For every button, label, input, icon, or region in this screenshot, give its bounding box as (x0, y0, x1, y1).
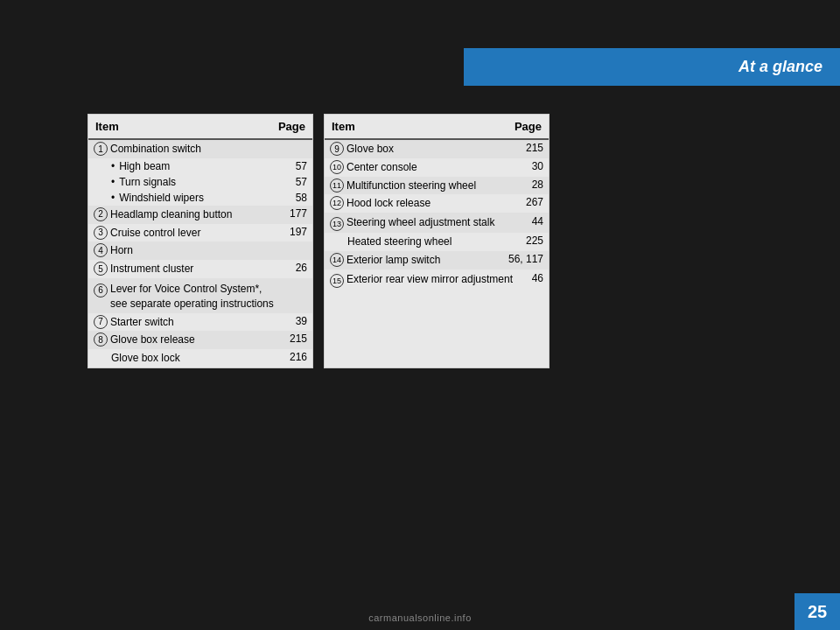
table-row: 12 Hood lock release 267 (325, 194, 549, 213)
row-item-label: Glove box (346, 142, 517, 157)
right-col-page: Page (514, 120, 542, 133)
bullet-icon: • (111, 176, 115, 188)
row-item-label: Turn signals (119, 176, 176, 188)
right-table-header: Item Page (325, 115, 549, 140)
row-page-value: 225 (517, 234, 543, 247)
row-number-icon: 9 (330, 142, 344, 156)
row-page-value: 57 (281, 160, 307, 172)
row-page-value: 57 (281, 176, 307, 188)
row-number-icon: 12 (330, 196, 344, 210)
row-item-label: Headlamp cleaning button (110, 207, 281, 222)
table-row: 9 Glove box 215 (325, 140, 549, 158)
row-page-value: 58 (281, 192, 307, 204)
row-page-value: 197 (281, 226, 307, 238)
row-page-value: 39 (281, 315, 307, 327)
table-row: 2 Headlamp cleaning button 177 (88, 206, 312, 224)
row-item-label: Steering wheel adjustment stalk (346, 215, 517, 230)
row-number-icon: 5 (94, 262, 108, 276)
row-page-value: 216 (281, 351, 307, 363)
row-item-label: Cruise control lever (110, 226, 281, 241)
page-number: 25 (808, 602, 827, 622)
row-number-icon: 6 (94, 284, 108, 298)
table-row: 15 Exterior rear view mirror adjustment … (325, 270, 549, 290)
row-item-label: Glove box lock (111, 351, 281, 366)
row-item-label: Instrument cluster (110, 262, 281, 276)
row-item-label: Hood lock release (346, 196, 517, 211)
table-row: • Turn signals 57 (88, 174, 312, 190)
table-row: 10 Center console 30 (325, 158, 549, 177)
table-row: 3 Cruise control lever 197 (88, 224, 312, 242)
row-number-icon: 7 (94, 315, 108, 329)
table-row: • Windshield wipers 58 (88, 190, 312, 206)
row-item-label: Heated steering wheel (347, 234, 517, 249)
table-row: 8 Glove box release 215 (88, 331, 312, 349)
row-number-icon: 8 (94, 332, 108, 346)
right-col-item: Item (332, 120, 355, 133)
table-row: Heated steering wheel 225 (325, 233, 549, 251)
row-page-value: 215 (281, 332, 307, 345)
row-item-label: Exterior rear view mirror adjustment (346, 272, 517, 287)
left-col-page: Page (278, 120, 305, 133)
row-item-label: Combination switch (110, 142, 281, 157)
tables-container: Item Page 1 Combination switch • High be… (88, 114, 550, 368)
table-row: 5 Instrument cluster 26 (88, 260, 312, 278)
row-item-label: High beam (119, 160, 170, 172)
left-col-item: Item (95, 120, 119, 133)
row-page-value: 267 (517, 196, 543, 208)
row-number-icon: 2 (94, 207, 108, 221)
row-number-icon: 1 (94, 142, 108, 156)
row-number-icon: 11 (330, 178, 344, 192)
table-row: • High beam 57 (88, 158, 312, 174)
watermark: carmanualsonline.info (368, 612, 472, 623)
row-page-value: 44 (517, 215, 543, 228)
row-page-value: 28 (517, 178, 543, 191)
page-title: At a glance (738, 58, 822, 76)
right-table: Item Page 9 Glove box 215 10 Center cons… (324, 114, 550, 368)
table-row: 14 Exterior lamp switch 56, 117 (325, 251, 549, 270)
left-table: Item Page 1 Combination switch • High be… (88, 114, 313, 368)
row-item-label: Starter switch (110, 315, 281, 330)
table-row: 11 Multifunction steering wheel 28 (325, 177, 549, 195)
row-page-value: 26 (281, 262, 307, 274)
bullet-icon: • (111, 160, 115, 172)
row-page-value: 177 (281, 207, 307, 220)
table-row: 4 Horn (88, 242, 312, 260)
table-row: Glove box lock 216 (88, 349, 312, 368)
row-number-icon: 13 (330, 217, 344, 231)
table-row: 1 Combination switch (88, 140, 312, 158)
row-page-value: 30 (517, 160, 543, 172)
row-number-icon: 3 (94, 226, 108, 240)
row-page-value: 46 (517, 272, 543, 284)
header-bar: At a glance (464, 48, 840, 86)
page-number-badge: 25 (794, 593, 840, 630)
table-row: 13 Steering wheel adjustment stalk 44 (325, 213, 549, 233)
row-item-label: Glove box release (110, 332, 281, 347)
table-row: 6 Lever for Voice Control System*, see s… (88, 278, 312, 313)
row-page-value: 215 (517, 142, 543, 154)
row-item-label: Center console (346, 160, 517, 175)
row-item-label: Multifunction steering wheel (346, 178, 517, 193)
row-number-icon: 4 (94, 243, 108, 257)
left-table-header: Item Page (88, 115, 312, 140)
table-row: 7 Starter switch 39 (88, 313, 312, 332)
bullet-icon: • (111, 192, 115, 204)
row-number-icon: 15 (330, 274, 344, 288)
row-item-label: Horn (110, 243, 281, 258)
row-item-label: Windshield wipers (119, 192, 204, 204)
row-item-label: Exterior lamp switch (346, 253, 508, 268)
row-number-icon: 10 (330, 160, 344, 174)
row-item-label: Lever for Voice Control System*, see sep… (110, 282, 281, 312)
row-number-icon: 14 (330, 253, 344, 267)
row-page-value: 56, 117 (508, 253, 543, 265)
